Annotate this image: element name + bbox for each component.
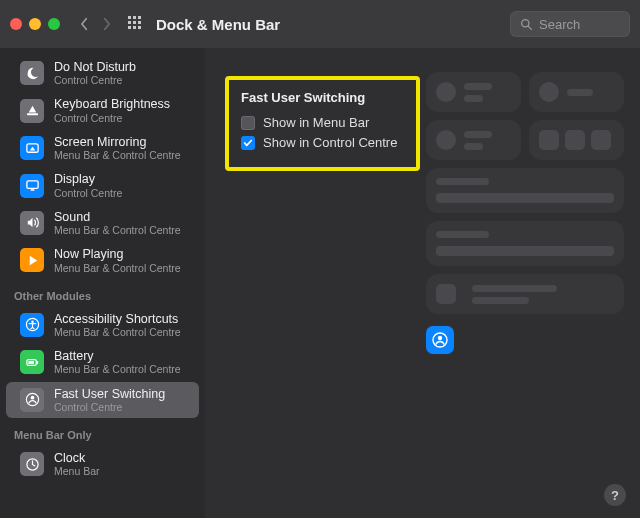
sidebar-item-keyboard-brightness[interactable]: Keyboard BrightnessControl Centre xyxy=(6,92,199,128)
sidebar-item-title: Do Not Disturb xyxy=(54,60,136,74)
sidebar-item-sound[interactable]: SoundMenu Bar & Control Centre xyxy=(6,205,199,241)
svg-line-10 xyxy=(528,26,531,29)
sidebar-item-subtitle: Control Centre xyxy=(54,187,122,199)
sidebar-item-subtitle: Control Centre xyxy=(54,74,136,86)
search-placeholder: Search xyxy=(539,17,580,32)
battery-icon xyxy=(20,350,44,374)
sidebar-item-do-not-disturb[interactable]: Do Not DisturbControl Centre xyxy=(6,55,199,91)
sidebar-item-title: Sound xyxy=(54,210,181,224)
sidebar-item-title: Now Playing xyxy=(54,247,181,261)
fast-user-switching-preview-icon xyxy=(426,326,454,354)
titlebar: Dock & Menu Bar Search xyxy=(0,0,640,48)
sidebar-item-subtitle: Menu Bar & Control Centre xyxy=(54,326,181,338)
sidebar-item-title: Clock xyxy=(54,451,100,465)
show-in-menu-bar-checkbox[interactable]: Show in Menu Bar xyxy=(241,115,404,130)
show-all-button[interactable] xyxy=(126,14,146,34)
sidebar-item-subtitle: Menu Bar & Control Centre xyxy=(54,262,181,274)
svg-rect-7 xyxy=(133,26,136,29)
minimize-window-button[interactable] xyxy=(29,18,41,30)
sidebar-item-title: Keyboard Brightness xyxy=(54,97,170,111)
sidebar-item-battery[interactable]: BatteryMenu Bar & Control Centre xyxy=(6,344,199,380)
clock-icon xyxy=(20,452,44,476)
sidebar-item-subtitle: Menu Bar & Control Centre xyxy=(54,224,181,236)
mirror-icon xyxy=(20,136,44,160)
svg-rect-8 xyxy=(138,26,141,29)
svg-point-21 xyxy=(31,321,33,323)
svg-rect-23 xyxy=(36,361,37,364)
sidebar-item-subtitle: Control Centre xyxy=(54,112,170,124)
svg-rect-2 xyxy=(138,16,141,19)
sidebar-item-subtitle: Menu Bar & Control Centre xyxy=(54,149,181,161)
checkbox-icon xyxy=(241,136,255,150)
content-pane: Fast User Switching Show in Menu Bar Sho… xyxy=(205,48,640,518)
sidebar-item-subtitle: Menu Bar xyxy=(54,465,100,477)
zoom-window-button[interactable] xyxy=(48,18,60,30)
control-centre-preview xyxy=(426,72,624,354)
help-button[interactable]: ? xyxy=(604,484,626,506)
show-in-control-centre-checkbox[interactable]: Show in Control Centre xyxy=(241,135,404,150)
section-title: Fast User Switching xyxy=(241,90,404,105)
sidebar-section-other-modules: Other Modules xyxy=(0,280,205,306)
svg-rect-19 xyxy=(30,189,34,191)
moon-icon xyxy=(20,61,44,85)
svg-rect-1 xyxy=(133,16,136,19)
svg-rect-0 xyxy=(128,16,131,19)
display-icon xyxy=(20,174,44,198)
sidebar-item-accessibility-shortcuts[interactable]: Accessibility ShortcutsMenu Bar & Contro… xyxy=(6,307,199,343)
window-controls xyxy=(10,18,60,30)
svg-rect-18 xyxy=(26,181,37,189)
sidebar-item-clock[interactable]: ClockMenu Bar xyxy=(6,446,199,482)
sidebar-item-display[interactable]: DisplayControl Centre xyxy=(6,167,199,203)
svg-point-29 xyxy=(438,336,442,340)
forward-button[interactable] xyxy=(96,14,116,34)
sidebar-item-title: Screen Mirroring xyxy=(54,135,181,149)
close-window-button[interactable] xyxy=(10,18,22,30)
sidebar-item-fast-user-switching[interactable]: Fast User SwitchingControl Centre xyxy=(6,382,199,418)
sidebar-item-subtitle: Menu Bar & Control Centre xyxy=(54,363,181,375)
svg-rect-6 xyxy=(128,26,131,29)
highlight-box: Fast User Switching Show in Menu Bar Sho… xyxy=(225,76,420,171)
sidebar-item-title: Battery xyxy=(54,349,181,363)
sidebar-item-subtitle: Control Centre xyxy=(54,401,165,413)
sidebar-section-menubar-only: Menu Bar Only xyxy=(0,419,205,445)
back-button[interactable] xyxy=(74,14,94,34)
kbd-icon xyxy=(20,99,44,123)
svg-point-26 xyxy=(30,396,34,400)
access-icon xyxy=(20,313,44,337)
user-icon xyxy=(20,388,44,412)
search-field[interactable]: Search xyxy=(510,11,630,37)
sidebar-item-title: Fast User Switching xyxy=(54,387,165,401)
sidebar: Do Not DisturbControl CentreKeyboard Bri… xyxy=(0,48,205,518)
checkbox-label: Show in Menu Bar xyxy=(263,115,369,130)
svg-rect-24 xyxy=(28,361,34,364)
window-title: Dock & Menu Bar xyxy=(156,16,280,33)
checkbox-label: Show in Control Centre xyxy=(263,135,397,150)
play-icon xyxy=(20,248,44,272)
search-icon xyxy=(520,18,533,31)
sound-icon xyxy=(20,211,44,235)
sidebar-item-now-playing[interactable]: Now PlayingMenu Bar & Control Centre xyxy=(6,242,199,278)
sidebar-item-title: Display xyxy=(54,172,122,186)
checkbox-icon xyxy=(241,116,255,130)
svg-rect-3 xyxy=(128,21,131,24)
svg-rect-16 xyxy=(26,113,37,115)
sidebar-item-screen-mirroring[interactable]: Screen MirroringMenu Bar & Control Centr… xyxy=(6,130,199,166)
nav-arrows xyxy=(74,14,116,34)
svg-rect-4 xyxy=(133,21,136,24)
sidebar-item-title: Accessibility Shortcuts xyxy=(54,312,181,326)
svg-rect-5 xyxy=(138,21,141,24)
